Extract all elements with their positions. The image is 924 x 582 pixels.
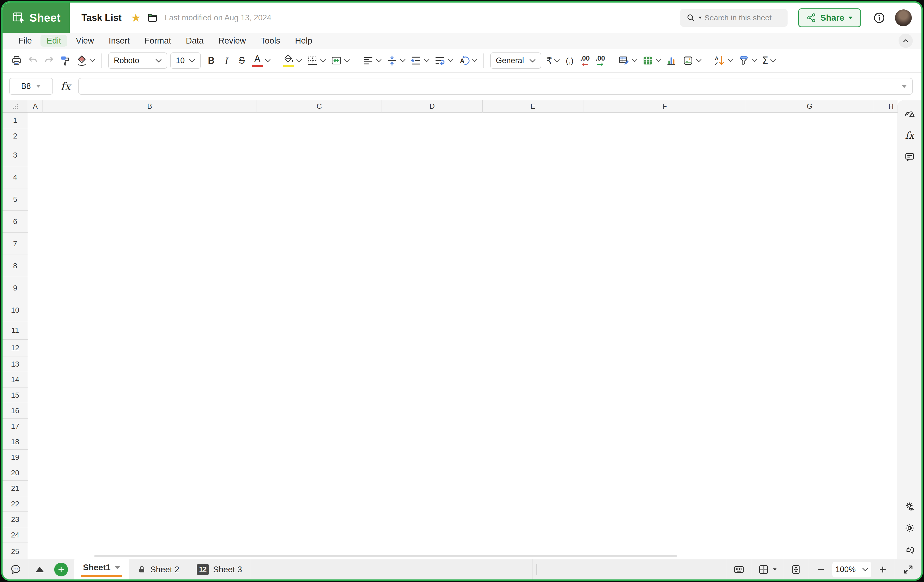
filter-button[interactable]	[736, 52, 759, 69]
font-family-select[interactable]: Roboto	[108, 53, 167, 69]
row-cells[interactable]	[28, 128, 898, 144]
menu-item-tools[interactable]: Tools	[254, 35, 286, 46]
font-color-button[interactable]: A	[250, 52, 272, 69]
row-header-8[interactable]: 8	[3, 255, 28, 277]
column-header-A[interactable]: A	[28, 100, 43, 112]
menu-item-edit[interactable]: Edit	[40, 35, 67, 46]
clear-format-button[interactable]	[74, 52, 97, 69]
sort-dropdown-icon[interactable]	[728, 59, 733, 62]
row-header-15[interactable]: 15	[3, 387, 28, 403]
fill-color-button[interactable]	[281, 52, 304, 69]
menu-item-data[interactable]: Data	[180, 35, 210, 46]
row-header-1[interactable]: 1	[3, 112, 28, 128]
italic-button[interactable]: I	[219, 52, 234, 69]
currency-dropdown-icon[interactable]	[554, 59, 560, 62]
row-cells[interactable]	[28, 512, 898, 527]
row-header-13[interactable]: 13	[3, 356, 28, 372]
column-header-B[interactable]: B	[43, 100, 257, 112]
sum-button[interactable]: Σ	[760, 52, 778, 69]
feedback-button[interactable]	[903, 542, 917, 557]
row-cells[interactable]	[28, 188, 898, 210]
search-box[interactable]	[680, 9, 787, 27]
row-cells[interactable]	[28, 210, 898, 233]
row-cells[interactable]	[28, 387, 898, 403]
row-header-12[interactable]: 12	[3, 340, 28, 356]
share-dropdown-icon[interactable]	[848, 17, 853, 19]
row-cells[interactable]	[28, 233, 898, 255]
row-cells[interactable]	[28, 434, 898, 450]
merge-cells-button[interactable]	[328, 52, 352, 69]
row-cells[interactable]	[28, 321, 898, 340]
info-icon[interactable]	[873, 11, 886, 25]
menu-item-insert[interactable]: Insert	[102, 35, 136, 46]
row-header-4[interactable]: 4	[3, 166, 28, 188]
wrap-text-dropdown-icon[interactable]	[448, 59, 453, 62]
row-cells[interactable]	[28, 255, 898, 277]
fit-to-view-button[interactable]	[783, 559, 808, 579]
row-cells[interactable]	[28, 356, 898, 372]
row-cells[interactable]	[28, 527, 898, 543]
zoom-level-select[interactable]: 100%	[832, 562, 871, 577]
folder-icon[interactable]	[146, 12, 158, 24]
insert-image-button[interactable]	[680, 52, 704, 69]
collapse-toolbar-button[interactable]	[899, 34, 913, 48]
bold-button[interactable]: B	[204, 52, 219, 69]
sheet-tab-sheet-2[interactable]: Sheet 2	[129, 559, 188, 579]
fill-color-dropdown-icon[interactable]	[296, 59, 302, 62]
row-header-9[interactable]: 9	[3, 277, 28, 299]
menu-item-review[interactable]: Review	[212, 35, 252, 46]
redo-button[interactable]	[41, 52, 57, 69]
row-header-5[interactable]: 5	[3, 188, 28, 210]
borders-dropdown-icon[interactable]	[320, 59, 326, 62]
wrap-text-button[interactable]	[432, 52, 455, 69]
zoom-in-button[interactable]	[875, 565, 891, 574]
search-input[interactable]	[704, 13, 780, 22]
fullscreen-button[interactable]	[895, 559, 921, 579]
statusbar-resize-grip[interactable]	[536, 564, 537, 575]
table-dropdown-icon[interactable]	[656, 59, 661, 62]
conditional-format-button[interactable]	[616, 52, 639, 69]
filter-dropdown-icon[interactable]	[752, 59, 757, 62]
zia-assistant-button[interactable]	[903, 107, 917, 121]
font-color-dropdown-icon[interactable]	[265, 59, 271, 62]
functions-panel-button[interactable]: fx	[903, 128, 917, 142]
chat-button[interactable]	[3, 559, 29, 579]
row-header-10[interactable]: 10	[3, 299, 28, 321]
sheet-list-button[interactable]	[29, 559, 50, 579]
text-rotate-dropdown-icon[interactable]	[472, 59, 477, 62]
row-header-19[interactable]: 19	[3, 450, 28, 465]
select-all-corner[interactable]	[3, 100, 28, 112]
image-dropdown-icon[interactable]	[696, 59, 701, 62]
freeze-dropdown-icon[interactable]	[773, 568, 777, 570]
user-avatar[interactable]	[895, 10, 912, 26]
menu-item-file[interactable]: File	[12, 35, 38, 46]
zoom-out-button[interactable]	[813, 565, 829, 574]
row-header-6[interactable]: 6	[3, 210, 28, 233]
decrease-decimal-button[interactable]: .00	[578, 52, 592, 69]
sheet-tab-sheet-3[interactable]: 12Sheet 3	[188, 559, 251, 579]
indent-dropdown-icon[interactable]	[424, 59, 429, 62]
row-cells[interactable]	[28, 166, 898, 188]
row-cells[interactable]	[28, 481, 898, 496]
sheet-tab-sheet1[interactable]: Sheet1	[74, 557, 129, 580]
comma-format-button[interactable]: (,)	[562, 52, 577, 69]
indent-button[interactable]	[408, 52, 431, 69]
row-header-24[interactable]: 24	[3, 527, 28, 543]
row-cells[interactable]	[28, 340, 898, 356]
currency-format-button[interactable]: ₹	[544, 52, 562, 69]
insert-chart-button[interactable]	[664, 52, 680, 69]
merge-dropdown-icon[interactable]	[344, 59, 350, 62]
name-box[interactable]: B8	[9, 78, 53, 95]
row-cells[interactable]	[28, 496, 898, 512]
freeze-panes-button[interactable]	[752, 559, 783, 579]
row-header-17[interactable]: 17	[3, 418, 28, 434]
row-cells[interactable]	[28, 144, 898, 166]
row-header-16[interactable]: 16	[3, 403, 28, 418]
row-cells[interactable]	[28, 372, 898, 387]
column-header-F[interactable]: F	[583, 100, 746, 112]
row-header-25[interactable]: 25	[3, 543, 28, 559]
row-cells[interactable]	[28, 403, 898, 418]
vertical-align-dropdown-icon[interactable]	[400, 59, 406, 62]
row-header-7[interactable]: 7	[3, 233, 28, 255]
column-header-H[interactable]: H	[873, 100, 898, 112]
